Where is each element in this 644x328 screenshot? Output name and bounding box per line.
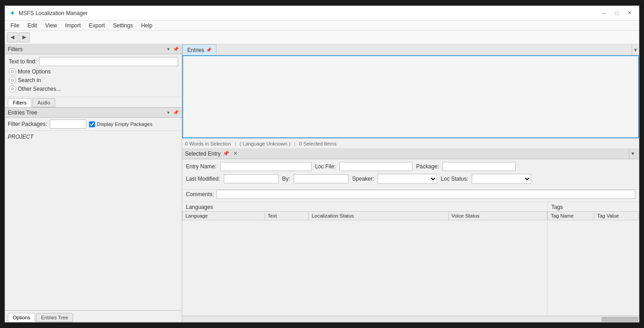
search-in-label: Search in xyxy=(18,77,41,83)
display-empty-packages-label: Display Empty Packages xyxy=(89,121,153,127)
scrollbar-thumb[interactable] xyxy=(602,317,638,322)
back-button[interactable]: ◀ xyxy=(7,32,18,42)
languages-section: Languages Language Text Localization Sta… xyxy=(182,202,548,316)
text-to-find-input[interactable] xyxy=(39,57,178,66)
tab-options[interactable]: Options xyxy=(8,313,35,322)
forward-button[interactable]: ▶ xyxy=(19,32,30,42)
entries-tree-header-icons: ▾ 📌 xyxy=(165,109,179,116)
filters-dropdown-icon[interactable]: ▾ xyxy=(165,46,171,52)
loc-file-label: Loc File: xyxy=(315,163,336,170)
entries-tab[interactable]: Entries 📌 xyxy=(182,44,216,55)
selected-items: 0 Selected Items xyxy=(299,141,337,146)
minimize-button[interactable]: ─ xyxy=(598,9,610,18)
loc-file-input[interactable] xyxy=(339,162,412,171)
filter-packages-input[interactable] xyxy=(50,120,86,129)
languages-label: Languages xyxy=(182,202,547,211)
menu-export[interactable]: Export xyxy=(85,21,109,30)
tree-filter-row: Filter Packages: Display Empty Packages xyxy=(5,118,182,131)
package-input[interactable] xyxy=(443,162,516,171)
bottom-scrollbar[interactable] xyxy=(182,316,639,322)
menu-edit[interactable]: Edit xyxy=(24,21,41,30)
selected-entry-header: Selected Entry 📌 ✕ ▼ xyxy=(182,148,639,159)
toolbar: ◀ ▶ xyxy=(5,31,639,44)
lang-col-language: Language xyxy=(183,212,265,220)
entries-tree-dropdown-icon[interactable]: ▾ xyxy=(165,109,171,116)
entry-name-label: Entry Name: xyxy=(186,163,216,170)
tags-section: Tags Tag Name Tag Value xyxy=(548,202,639,316)
main-window: ✦ MSFS Localization Manager ─ □ ✕ File E… xyxy=(5,5,639,323)
languages-table[interactable]: Language Text Localization Status Voice … xyxy=(182,211,547,316)
tab-audio[interactable]: Audio xyxy=(32,98,55,107)
other-searches-expand-icon: ⊙ xyxy=(9,85,16,93)
selected-entry-section: Selected Entry 📌 ✕ ▼ Entry Name: Loc Fil… xyxy=(182,148,639,316)
entries-grid[interactable] xyxy=(182,56,639,138)
more-options-expand-icon: ⊙ xyxy=(9,68,16,75)
entries-tab-pin[interactable]: 📌 xyxy=(206,47,211,52)
other-searches-row[interactable]: ⊙ Other Searches... xyxy=(9,85,178,93)
maximize-button[interactable]: □ xyxy=(611,9,623,18)
entries-tree-header: Entries Tree ▾ 📌 xyxy=(5,108,182,118)
entries-tab-bar: Entries 📌 ▼ xyxy=(182,44,639,56)
tags-col-name: Tag Name xyxy=(548,212,594,220)
menu-view[interactable]: View xyxy=(42,21,61,30)
entries-tab-label: Entries xyxy=(187,47,204,53)
menu-file[interactable]: File xyxy=(7,21,23,30)
by-label: By: xyxy=(282,176,290,182)
field-row-2: Last Modified: By: Speaker: Loc Status: xyxy=(186,174,635,184)
data-section: Languages Language Text Localization Sta… xyxy=(182,202,639,316)
entries-tab-dropdown[interactable]: ▼ xyxy=(632,44,639,55)
text-to-find-label: Text to find: xyxy=(9,58,37,65)
language-unknown: ( Language Unknown ) xyxy=(240,141,290,146)
by-input[interactable] xyxy=(294,174,348,183)
tags-label: Tags xyxy=(548,202,639,211)
selected-entry-close-btn[interactable]: ✕ xyxy=(232,150,239,157)
entry-name-input[interactable] xyxy=(220,162,311,171)
tab-entries-tree[interactable]: Entries Tree xyxy=(36,313,73,322)
search-in-row[interactable]: ⊙ Search in xyxy=(9,77,178,84)
entries-tree-pin-icon[interactable]: 📌 xyxy=(173,109,179,116)
lang-col-voice-status: Voice Status xyxy=(449,212,547,220)
filter-tabs: Filters Audio xyxy=(5,97,182,108)
tags-table[interactable]: Tag Name Tag Value xyxy=(548,211,639,316)
other-searches-label: Other Searches... xyxy=(18,86,61,92)
tree-item-project[interactable]: PROJECT xyxy=(8,133,179,141)
comments-label: Comments: xyxy=(186,191,214,198)
tab-filters[interactable]: Filters xyxy=(8,98,32,107)
menu-help[interactable]: Help xyxy=(137,21,156,30)
search-in-expand-icon: ⊙ xyxy=(9,77,16,84)
more-options-label: More Options xyxy=(18,68,51,75)
text-to-find-row: Text to find: xyxy=(9,57,178,66)
entry-fields: Entry Name: Loc File: Package: Last Modi… xyxy=(182,159,639,190)
filters-pin-icon[interactable]: 📌 xyxy=(173,46,179,52)
loc-status-select[interactable] xyxy=(472,174,531,184)
main-content: Filters ▾ 📌 Text to find: ⊙ More Options… xyxy=(5,44,639,322)
bottom-tabs: Options Entries Tree xyxy=(5,310,182,322)
filters-header-icons: ▾ 📌 xyxy=(165,46,179,52)
display-empty-packages-checkbox[interactable] xyxy=(89,121,95,127)
last-modified-label: Last Modified: xyxy=(186,176,220,182)
window-controls: ─ □ ✕ xyxy=(598,9,635,18)
field-row-1: Entry Name: Loc File: Package: xyxy=(186,162,635,171)
selected-entry-title: Selected Entry xyxy=(185,151,221,157)
title-bar: ✦ MSFS Localization Manager ─ □ ✕ xyxy=(5,6,639,21)
close-button[interactable]: ✕ xyxy=(623,9,635,18)
selected-entry-dropdown[interactable]: ▼ xyxy=(629,148,636,159)
menu-bar: File Edit View Import Export Settings He… xyxy=(5,21,639,31)
tree-content[interactable]: PROJECT xyxy=(5,131,182,310)
menu-import[interactable]: Import xyxy=(62,21,84,30)
lang-col-localization-status: Localization Status xyxy=(309,212,449,220)
speaker-label: Speaker: xyxy=(352,176,374,182)
filter-packages-label: Filter Packages: xyxy=(8,121,47,127)
more-options-row[interactable]: ⊙ More Options xyxy=(9,68,178,75)
last-modified-input[interactable] xyxy=(224,174,279,183)
selected-entry-pin-btn[interactable]: 📌 xyxy=(222,150,230,157)
comments-row: Comments: xyxy=(182,190,639,202)
lang-col-text: Text xyxy=(265,212,309,220)
speaker-select[interactable] xyxy=(378,174,437,184)
entries-tree-section: Entries Tree ▾ 📌 Filter Packages: Displa… xyxy=(5,108,182,310)
comments-input[interactable] xyxy=(216,190,635,199)
app-icon: ✦ xyxy=(9,10,16,17)
menu-settings[interactable]: Settings xyxy=(110,21,137,30)
loc-status-label: Loc Status: xyxy=(441,176,468,182)
words-in-selection: 0 Words in Selection xyxy=(185,141,231,146)
